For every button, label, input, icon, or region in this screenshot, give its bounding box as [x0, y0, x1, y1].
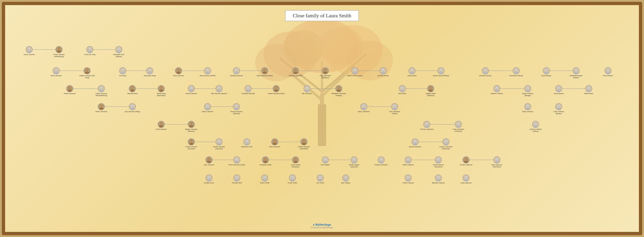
person-edith_banks[interactable]: Edith Banks	[580, 85, 597, 94]
svg-point-155	[236, 176, 238, 178]
person-jacob_janssen[interactable]: Jacob Janssen	[21, 46, 38, 55]
person-sarah_haynes[interactable]: Sarah Haynes (Johnston)	[430, 156, 446, 168]
person-name: Esther Barnett (Cole)	[268, 92, 284, 94]
person-roos_smit[interactable]: Roos Smit (de Graaf)	[228, 156, 245, 166]
person-evelyn_mostow2[interactable]: Evelyn Mostow (Janssen)	[211, 138, 227, 150]
person-amber_haynes[interactable]: Amber Haynes	[400, 175, 416, 184]
person-evelien_smit[interactable]: Evelien Smit	[201, 175, 217, 184]
avatar	[53, 67, 60, 74]
avatar	[115, 46, 122, 53]
person-sarah_anthony[interactable]: Sarah Anthony (Berger)	[520, 85, 536, 97]
person-geoffrey_barnett[interactable]: Geoffrey Barnett	[228, 67, 244, 77]
person-dan_tepper[interactable]: Dan Tepper	[317, 156, 334, 166]
person-berl_steel[interactable]: Berl Steel	[394, 85, 410, 94]
person-anton_de_jong[interactable]: Anton de Jong	[82, 46, 98, 55]
person-gerrit_janssen[interactable]: Gerrit Janssen	[48, 67, 64, 77]
person-debra_janssen[interactable]: Debra Janssen (Johnston)	[296, 138, 312, 150]
person-age_janssen[interactable]: Age Janssen (Berg)	[124, 103, 140, 112]
person-linda_sparrow[interactable]: Linda Sparrow	[458, 175, 474, 184]
svg-rect-1	[318, 104, 326, 146]
person-tom_berg[interactable]: Tom Berg	[114, 67, 131, 77]
svg-point-123	[273, 139, 276, 142]
person-name: Sarah Haynes (Johnston)	[430, 164, 446, 168]
person-martin_janssen[interactable]: Martin Janssen	[93, 103, 110, 112]
person-clifton_haynes[interactable]: Clifton Haynes	[400, 156, 416, 166]
person-bethany_haynes[interactable]: Bethany Haynes	[430, 175, 446, 184]
person-tara_johnston[interactable]: Tara Johnston (Steel)	[386, 103, 403, 115]
person-daniel_johnston[interactable]: Daniel Johnston	[407, 138, 423, 148]
person-tammy_stenner[interactable]: Tammy Stenner (Barnett)	[228, 103, 244, 115]
person-jacob_banks[interactable]: Jacob Banks	[550, 85, 567, 94]
person-marianne_smit[interactable]: Marianne Smit	[238, 138, 255, 148]
person-arthur_smith[interactable]: Arthur Smith	[256, 175, 273, 184]
person-magda_steel[interactable]: Magda Steel (Holness)	[422, 85, 439, 97]
person-donald_anthony[interactable]: Donald Anthony	[477, 67, 494, 77]
person-david_berger[interactable]: David Berger	[538, 67, 554, 77]
person-sandra_howes[interactable]: Sandra Howes	[375, 67, 391, 77]
person-jonathan_smith[interactable]: Jonathan Smith	[257, 156, 274, 166]
person-sam_janssen[interactable]: Sam Janssen	[201, 156, 217, 166]
myheritage-logo: ♦ MyHeritage	[311, 223, 333, 227]
person-elizabeth_smit[interactable]: Elizabeth Smit (Wijsee)	[110, 46, 127, 58]
person-thomas_smit[interactable]: Thomas Smit	[228, 175, 245, 184]
person-daniel_janssen[interactable]: Daniel Janssen	[62, 85, 78, 94]
svg-point-167	[437, 176, 440, 178]
person-anthony_nathan[interactable]: Anthony Nathan Anthony	[527, 121, 544, 132]
person-sam_tepper[interactable]: Sam Tepper	[338, 175, 354, 184]
svg-point-51	[484, 68, 487, 71]
person-shelly_berg[interactable]: Shelly Berg (Bernstein)	[153, 85, 170, 97]
person-freda_janssen[interactable]: Freda Janssen (Wittenberg)	[51, 46, 67, 58]
person-tara_stenner[interactable]: Tara Stenner (Smith)	[199, 67, 216, 77]
person-simoe_stenner[interactable]: Simoe Stenner	[199, 103, 216, 112]
person-michael_berg[interactable]: Michael Berg	[124, 85, 140, 94]
avatar	[158, 85, 165, 92]
person-vincent_sparrow[interactable]: Vincent Sparrow	[458, 156, 474, 166]
person-laura_smith[interactable]: Laura Smith (Janssen)	[287, 156, 304, 168]
person-jozef_janssen[interactable]: Jozef Janssen	[153, 121, 170, 130]
person-sarah_janssen[interactable]: Sarah Janssen (Weerdenburg)	[93, 85, 110, 97]
person-sarah_steel[interactable]: Sarah Steel (Phillips)	[433, 67, 449, 77]
person-jon_smith[interactable]: Jon Smith	[312, 175, 328, 184]
person-pauline_johnston[interactable]: Pauline Johnston	[373, 156, 389, 166]
person-esther_barnett[interactable]: Esther Barnett (Cole)	[268, 85, 284, 94]
person-carla_anthony[interactable]: Carla Anthony (Banks)	[550, 103, 567, 115]
person-harry_stenner[interactable]: Harry Stenner	[170, 67, 187, 77]
svg-point-85	[496, 86, 498, 89]
person-alice_johnston[interactable]: Alice Johnston (Williams)	[317, 67, 334, 79]
person-linda_johnston[interactable]: Linda Johnston (Anthony)	[450, 121, 466, 132]
person-thomas_johnston[interactable]: Thomas Johnston	[287, 67, 304, 77]
person-martha_janssen[interactable]: Martha Janssen (de Jong)	[79, 67, 95, 79]
person-alexandra_berg[interactable]: Alexandra Berg	[142, 67, 158, 77]
person-maria_barnett[interactable]: Maria Barnett (Stein)	[256, 67, 273, 77]
person-henrietta_anthony[interactable]: Henrietta Anthony	[508, 67, 524, 77]
person-elizabeth_johnston[interactable]: Elizabeth Johnston (Howes)	[330, 85, 347, 97]
person-leanne_johnston[interactable]: Leanne Johnston (Richards)	[438, 138, 454, 150]
person-frank_smith[interactable]: Frank Smith	[284, 175, 301, 184]
person-walter_howes[interactable]: Walter Henry Howes	[347, 67, 363, 77]
svg-point-138	[293, 161, 298, 163]
person-jonathan_barnett[interactable]: Jonathan Barnett	[240, 85, 256, 94]
person-thomas_johnston2[interactable]: Thomas Johnston	[418, 121, 435, 130]
person-brian_janssen[interactable]: Brian Janssen	[266, 138, 283, 148]
person-brian_anthony[interactable]: Brian Anthony	[520, 103, 536, 112]
logo-icon: ♦	[313, 223, 314, 226]
svg-point-38	[262, 71, 267, 74]
avatar	[292, 67, 299, 74]
person-david_steel[interactable]: David Steel	[404, 67, 420, 77]
person-evelyn_mostow1[interactable]: Evelyn Mostow (Janssen)	[183, 138, 200, 150]
person-bruce_banks[interactable]: Bruce Banks	[600, 67, 616, 77]
svg-point-82	[400, 89, 404, 92]
svg-point-20	[88, 50, 92, 53]
chart-title: Close family of Laura Smith	[293, 13, 351, 18]
person-harold_stenner[interactable]: Harold Stenner	[183, 85, 200, 94]
svg-point-153	[208, 176, 210, 178]
person-kylie_sparrow[interactable]: Kylie Sparrow (Johnston)	[489, 156, 505, 168]
person-barry_johnston[interactable]: Barry Johnston	[356, 103, 372, 112]
person-rita_stenner[interactable]: Rita Stenner (Bryan)	[211, 85, 227, 94]
person-nathan_anthony[interactable]: Nathan Anthony	[489, 85, 505, 94]
person-shelly_tepper[interactable]: Shelly Tepper (Janssen)	[346, 156, 362, 168]
svg-point-135	[264, 158, 267, 160]
person-beppie_janssen[interactable]: Beppie Janssen (Stenner)	[183, 121, 200, 132]
person-bill_johnston[interactable]: Bill Johnston	[299, 85, 315, 94]
person-elisabeth_berger[interactable]: Elisabeth Berger (Kaine)	[568, 67, 584, 79]
